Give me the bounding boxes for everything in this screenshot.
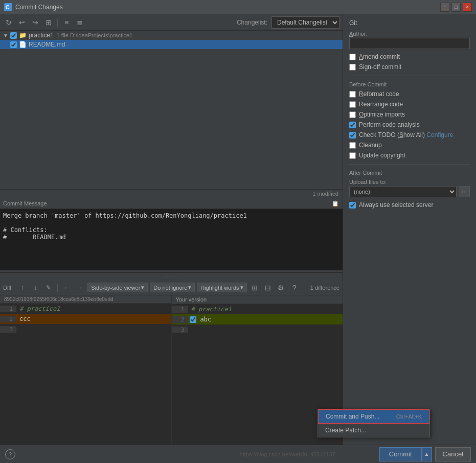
commit-button[interactable]: Commit [379, 447, 422, 461]
filter-button[interactable]: ≣ [74, 17, 85, 28]
file-icon: 📄 [19, 41, 27, 48]
diff-right-checkbox-2[interactable] [190, 316, 196, 323]
diff-right-header: Your version [172, 295, 343, 304]
diff-header: Diff ↑ ↓ ✎ ← → Side-by-side viewer ▾ Do … [0, 280, 343, 295]
svg-text:C: C [6, 5, 9, 10]
cancel-button[interactable]: Cancel [435, 447, 471, 461]
always-use-server-checkbox[interactable] [349, 202, 356, 209]
ignore-mode-btn[interactable]: Do not ignore ▾ [150, 283, 195, 292]
author-field: Author: [349, 31, 470, 49]
check-todo-checkbox[interactable] [349, 132, 356, 138]
rearrange-code-label: Rearrange code [359, 101, 403, 108]
sort-button[interactable]: ≡ [61, 17, 72, 28]
tree-root-path: 1 file D:\ideaProjects\practice1 [57, 32, 133, 38]
title-bar: C Commit Changes − □ × [0, 0, 476, 14]
tree-file-checkbox[interactable] [10, 41, 17, 48]
reformat-code-checkbox[interactable] [349, 91, 356, 98]
highlight-mode-btn[interactable]: Highlight words ▾ [197, 283, 246, 292]
author-label: Author: [349, 31, 470, 37]
group-button[interactable]: ⊞ [43, 17, 54, 28]
maximize-button[interactable]: □ [451, 3, 461, 12]
diff-collapse-btn[interactable]: ⊟ [262, 282, 274, 293]
tree-root-checkbox[interactable] [10, 32, 17, 39]
minimize-button[interactable]: − [440, 3, 449, 12]
create-patch-label: Create Patch... [325, 427, 366, 434]
diff-left-line-2: 2 ccc [0, 314, 171, 324]
sign-off-commit-row: Sign-off commit [349, 63, 470, 71]
upload-files-field: Upload files to: (none) ··· [349, 179, 470, 197]
diff-prev-btn[interactable]: ← [61, 282, 72, 293]
diff-edit-btn[interactable]: ✎ [43, 282, 54, 293]
undo-button[interactable]: ↩ [16, 17, 28, 28]
left-panel: ↻ ↩ ↪ ⊞ ≡ ≣ Changelist: Default Changeli… [0, 14, 343, 463]
amend-commit-row: Amend commit [349, 53, 470, 60]
configure-link[interactable]: Configure [426, 131, 453, 138]
update-copyright-label: Update copyright [359, 152, 405, 159]
perform-analysis-label: Perform code analysis [359, 121, 420, 128]
author-input[interactable] [349, 38, 470, 49]
popup-menu: Commit and Push... Ctrl+Alt+K Create Pat… [318, 409, 430, 437]
diff-right-num-2: 2 [172, 316, 188, 323]
optimize-imports-checkbox[interactable] [349, 111, 356, 118]
tree-root-item[interactable]: ▼ 📁 practice1 1 file D:\ideaProjects\pra… [0, 31, 343, 40]
commit-message-input[interactable]: Merge branch 'master' of https://github.… [0, 209, 343, 270]
diff-right-num-3: 3 [172, 327, 188, 333]
toolbar-separator-1 [57, 18, 58, 27]
optimize-imports-label: Optimize imports [359, 111, 405, 118]
diff-settings-btn[interactable]: ⚙ [276, 282, 287, 293]
commit-message-section: Commit Message 📋 Merge branch 'master' o… [0, 198, 343, 272]
diff-drag-handle[interactable]: · · · · · · [0, 273, 343, 280]
refresh-button[interactable]: ↻ [3, 17, 14, 28]
changelist-select[interactable]: Default Changelist [271, 16, 339, 29]
upload-select[interactable]: (none) [349, 186, 457, 197]
diff-sep-1 [57, 284, 58, 292]
diff-down-btn[interactable]: ↓ [30, 282, 41, 293]
tree-file-item[interactable]: 📄 README.md [0, 40, 343, 49]
rearrange-code-row: Rearrange code [349, 101, 470, 108]
main-container: ↻ ↩ ↪ ⊞ ≡ ≣ Changelist: Default Changeli… [0, 14, 476, 463]
app-icon: C [4, 3, 12, 11]
redo-button[interactable]: ↪ [30, 17, 41, 28]
diff-next-btn[interactable]: → [74, 282, 85, 293]
update-copyright-checkbox[interactable] [349, 152, 356, 159]
diff-left-num-3: 3 [0, 326, 16, 333]
diff-left-num-2: 2 [0, 316, 16, 322]
diff-left-content-2: ccc [16, 315, 34, 322]
create-patch-item[interactable]: Create Patch... [318, 424, 429, 437]
sign-off-commit-label: Sign-off commit [359, 63, 401, 71]
cleanup-row: Cleanup [349, 142, 470, 149]
amend-commit-checkbox[interactable] [349, 54, 356, 60]
always-use-server-row: Always use selected server [349, 201, 470, 209]
upload-more-btn[interactable]: ··· [459, 186, 470, 197]
sign-off-commit-checkbox[interactable] [349, 64, 356, 71]
commit-message-title: Commit Message [3, 200, 47, 206]
perform-analysis-row: Perform code analysis [349, 121, 470, 128]
update-copyright-row: Update copyright [349, 152, 470, 159]
diff-help-btn[interactable]: ? [289, 282, 300, 293]
after-commit-divider [349, 164, 470, 165]
diff-expand-btn[interactable]: ⊞ [249, 282, 260, 293]
changelist-label: Changelist: [237, 19, 267, 26]
help-icon: ? [9, 451, 12, 457]
reformat-code-label: Reformat code [359, 90, 399, 98]
diff-right-line-3: 3 [172, 325, 343, 335]
diff-up-btn[interactable]: ↑ [16, 282, 28, 293]
rearrange-code-checkbox[interactable] [349, 101, 356, 108]
close-button[interactable]: × [463, 3, 472, 12]
perform-analysis-checkbox[interactable] [349, 122, 356, 128]
diff-right-line-1: 1 # practice1 [172, 304, 343, 314]
git-section-title: Git [349, 19, 470, 27]
help-button[interactable]: ? [5, 449, 15, 459]
commit-message-action-btn[interactable]: 📋 [331, 199, 339, 207]
check-todo-label: Check TODO (Show All) Configure [359, 131, 453, 138]
tree-file-label: README.md [29, 41, 65, 48]
amend-commit-label: Amend commit [359, 53, 400, 60]
side-by-side-viewer-btn[interactable]: Side-by-side viewer ▾ [87, 283, 148, 292]
commit-message-header: Commit Message 📋 [0, 198, 343, 209]
diff-count: 1 difference [310, 285, 339, 291]
commit-dropdown-arrow[interactable]: ▲ [422, 447, 432, 461]
commit-and-push-item[interactable]: Commit and Push... Ctrl+Alt+K [318, 409, 429, 424]
cleanup-checkbox[interactable] [349, 142, 356, 149]
diff-left-hash: 8902c01938f9255f606c18cca6c8c139eb8e0edd [4, 296, 114, 302]
right-panel: Git Author: Amend commit Sign-off commit… [343, 14, 476, 463]
